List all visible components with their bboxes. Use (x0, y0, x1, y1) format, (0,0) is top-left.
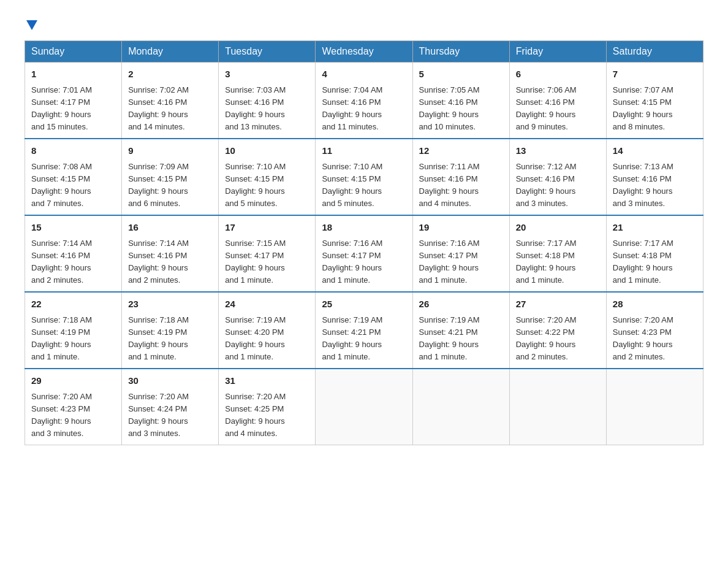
day-number: 28 (613, 297, 697, 312)
weekday-header-sunday: Sunday (25, 41, 122, 63)
day-info: Sunrise: 7:20 AMSunset: 4:23 PMDaylight:… (613, 314, 697, 364)
calendar-cell: 25Sunrise: 7:19 AMSunset: 4:21 PMDayligh… (316, 292, 412, 369)
calendar-cell: 12Sunrise: 7:11 AMSunset: 4:16 PMDayligh… (412, 139, 509, 215)
calendar-cell: 15Sunrise: 7:14 AMSunset: 4:16 PMDayligh… (25, 215, 122, 292)
weekday-header-saturday: Saturday (606, 41, 703, 63)
weekday-header-row: SundayMondayTuesdayWednesdayThursdayFrid… (25, 41, 703, 63)
day-number: 2 (128, 67, 212, 82)
day-info: Sunrise: 7:03 AMSunset: 4:16 PMDaylight:… (225, 84, 309, 134)
calendar-cell: 1Sunrise: 7:01 AMSunset: 4:17 PMDaylight… (25, 63, 122, 139)
calendar-cell: 31Sunrise: 7:20 AMSunset: 4:25 PMDayligh… (219, 369, 316, 445)
calendar-cell: 13Sunrise: 7:12 AMSunset: 4:16 PMDayligh… (509, 139, 606, 215)
logo-triangle-icon (26, 20, 37, 30)
calendar-week-2: 8Sunrise: 7:08 AMSunset: 4:15 PMDaylight… (25, 139, 703, 215)
calendar-table: SundayMondayTuesdayWednesdayThursdayFrid… (25, 40, 703, 445)
day-info: Sunrise: 7:11 AMSunset: 4:16 PMDaylight:… (419, 161, 503, 210)
day-info: Sunrise: 7:14 AMSunset: 4:16 PMDaylight:… (128, 237, 212, 287)
calendar-cell: 5Sunrise: 7:05 AMSunset: 4:16 PMDaylight… (412, 63, 509, 139)
day-number: 19 (419, 221, 503, 235)
day-info: Sunrise: 7:09 AMSunset: 4:15 PMDaylight:… (128, 161, 212, 210)
day-number: 14 (613, 144, 697, 158)
day-info: Sunrise: 7:19 AMSunset: 4:21 PMDaylight:… (419, 314, 503, 364)
day-number: 1 (31, 67, 115, 82)
logo (25, 18, 37, 28)
day-info: Sunrise: 7:15 AMSunset: 4:17 PMDaylight:… (225, 237, 309, 287)
calendar-cell (509, 369, 606, 445)
day-info: Sunrise: 7:10 AMSunset: 4:15 PMDaylight:… (225, 161, 309, 210)
calendar-cell: 21Sunrise: 7:17 AMSunset: 4:18 PMDayligh… (606, 215, 703, 292)
day-number: 15 (31, 221, 115, 235)
day-number: 13 (516, 144, 600, 158)
day-info: Sunrise: 7:19 AMSunset: 4:20 PMDaylight:… (225, 314, 309, 364)
calendar-week-1: 1Sunrise: 7:01 AMSunset: 4:17 PMDaylight… (25, 63, 703, 139)
day-number: 11 (322, 144, 406, 158)
day-number: 30 (128, 374, 212, 388)
day-info: Sunrise: 7:02 AMSunset: 4:16 PMDaylight:… (128, 84, 212, 134)
day-number: 18 (322, 221, 406, 235)
calendar-cell: 2Sunrise: 7:02 AMSunset: 4:16 PMDaylight… (122, 63, 219, 139)
day-number: 25 (322, 297, 406, 312)
calendar-cell: 24Sunrise: 7:19 AMSunset: 4:20 PMDayligh… (219, 292, 316, 369)
calendar-cell: 10Sunrise: 7:10 AMSunset: 4:15 PMDayligh… (219, 139, 316, 215)
day-number: 3 (225, 67, 309, 82)
calendar-cell: 19Sunrise: 7:16 AMSunset: 4:17 PMDayligh… (412, 215, 509, 292)
day-number: 16 (128, 221, 212, 235)
day-number: 7 (613, 67, 697, 82)
day-info: Sunrise: 7:06 AMSunset: 4:16 PMDaylight:… (516, 84, 600, 134)
day-info: Sunrise: 7:17 AMSunset: 4:18 PMDaylight:… (516, 237, 600, 287)
weekday-header-thursday: Thursday (412, 41, 509, 63)
weekday-header-wednesday: Wednesday (316, 41, 412, 63)
day-info: Sunrise: 7:19 AMSunset: 4:21 PMDaylight:… (322, 314, 406, 364)
day-info: Sunrise: 7:18 AMSunset: 4:19 PMDaylight:… (128, 314, 212, 364)
day-number: 5 (419, 67, 503, 82)
calendar-cell: 4Sunrise: 7:04 AMSunset: 4:16 PMDaylight… (316, 63, 412, 139)
day-info: Sunrise: 7:12 AMSunset: 4:16 PMDaylight:… (516, 161, 600, 210)
day-info: Sunrise: 7:20 AMSunset: 4:25 PMDaylight:… (225, 391, 309, 440)
calendar-cell: 30Sunrise: 7:20 AMSunset: 4:24 PMDayligh… (122, 369, 219, 445)
calendar-cell: 17Sunrise: 7:15 AMSunset: 4:17 PMDayligh… (219, 215, 316, 292)
day-number: 6 (516, 67, 600, 82)
weekday-header-friday: Friday (509, 41, 606, 63)
day-info: Sunrise: 7:13 AMSunset: 4:16 PMDaylight:… (613, 161, 697, 210)
calendar-cell (606, 369, 703, 445)
day-number: 27 (516, 297, 600, 312)
day-info: Sunrise: 7:08 AMSunset: 4:15 PMDaylight:… (31, 161, 115, 210)
day-number: 8 (31, 144, 115, 158)
day-number: 26 (419, 297, 503, 312)
calendar-week-5: 29Sunrise: 7:20 AMSunset: 4:23 PMDayligh… (25, 369, 703, 445)
day-number: 31 (225, 374, 309, 388)
day-number: 23 (128, 297, 212, 312)
calendar-cell: 7Sunrise: 7:07 AMSunset: 4:15 PMDaylight… (606, 63, 703, 139)
day-info: Sunrise: 7:18 AMSunset: 4:19 PMDaylight:… (31, 314, 115, 364)
day-number: 9 (128, 144, 212, 158)
day-info: Sunrise: 7:05 AMSunset: 4:16 PMDaylight:… (419, 84, 503, 134)
day-info: Sunrise: 7:14 AMSunset: 4:16 PMDaylight:… (31, 237, 115, 287)
day-info: Sunrise: 7:20 AMSunset: 4:22 PMDaylight:… (516, 314, 600, 364)
calendar-cell: 28Sunrise: 7:20 AMSunset: 4:23 PMDayligh… (606, 292, 703, 369)
calendar-week-3: 15Sunrise: 7:14 AMSunset: 4:16 PMDayligh… (25, 215, 703, 292)
calendar-cell: 11Sunrise: 7:10 AMSunset: 4:15 PMDayligh… (316, 139, 412, 215)
calendar-cell: 9Sunrise: 7:09 AMSunset: 4:15 PMDaylight… (122, 139, 219, 215)
calendar-cell: 18Sunrise: 7:16 AMSunset: 4:17 PMDayligh… (316, 215, 412, 292)
day-info: Sunrise: 7:16 AMSunset: 4:17 PMDaylight:… (322, 237, 406, 287)
calendar-cell: 29Sunrise: 7:20 AMSunset: 4:23 PMDayligh… (25, 369, 122, 445)
calendar-cell: 26Sunrise: 7:19 AMSunset: 4:21 PMDayligh… (412, 292, 509, 369)
day-number: 4 (322, 67, 406, 82)
calendar-cell: 23Sunrise: 7:18 AMSunset: 4:19 PMDayligh… (122, 292, 219, 369)
day-number: 10 (225, 144, 309, 158)
weekday-header-monday: Monday (122, 41, 219, 63)
day-info: Sunrise: 7:16 AMSunset: 4:17 PMDaylight:… (419, 237, 503, 287)
calendar-cell: 22Sunrise: 7:18 AMSunset: 4:19 PMDayligh… (25, 292, 122, 369)
calendar-cell: 20Sunrise: 7:17 AMSunset: 4:18 PMDayligh… (509, 215, 606, 292)
day-number: 22 (31, 297, 115, 312)
calendar-cell (316, 369, 412, 445)
day-number: 20 (516, 221, 600, 235)
day-number: 17 (225, 221, 309, 235)
day-number: 24 (225, 297, 309, 312)
calendar-cell: 27Sunrise: 7:20 AMSunset: 4:22 PMDayligh… (509, 292, 606, 369)
calendar-cell: 16Sunrise: 7:14 AMSunset: 4:16 PMDayligh… (122, 215, 219, 292)
day-info: Sunrise: 7:04 AMSunset: 4:16 PMDaylight:… (322, 84, 406, 134)
page-header (25, 18, 703, 28)
weekday-header-tuesday: Tuesday (219, 41, 316, 63)
day-info: Sunrise: 7:01 AMSunset: 4:17 PMDaylight:… (31, 84, 115, 134)
